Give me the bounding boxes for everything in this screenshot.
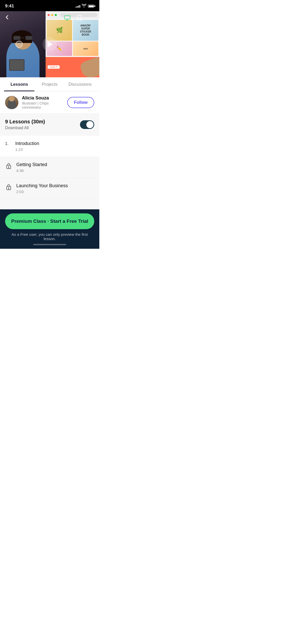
instructor-name: Alicia Souza xyxy=(22,95,67,101)
wifi-icon xyxy=(82,4,86,8)
cta-button[interactable]: Premium Class · Start a Free Trial xyxy=(5,213,94,229)
avatar-figure xyxy=(8,99,16,109)
svg-rect-0 xyxy=(64,16,70,19)
lesson-item[interactable]: 1. Introduction 1:23 xyxy=(0,136,99,157)
lock-icon xyxy=(5,162,12,169)
cta-subtitle: As a Free user, you can only preview the… xyxy=(5,232,94,241)
tab-projects[interactable]: Projects xyxy=(34,77,65,91)
progress-indicator xyxy=(16,41,23,48)
lesson-duration: 1:23 xyxy=(15,147,94,152)
toggle-knob xyxy=(86,121,93,128)
signal-bar-4 xyxy=(79,5,80,8)
video-section: 🌿 AMAZIN'SUPERSTICKERBOOK ✏️ 2022 SAVE I… xyxy=(0,11,99,77)
back-button[interactable] xyxy=(0,11,14,24)
avatar xyxy=(5,96,18,109)
bookmark-button[interactable] xyxy=(76,14,83,21)
status-bar: 9:41 xyxy=(0,0,99,11)
follow-button[interactable]: Follow xyxy=(67,97,94,108)
lesson-duration: 4:36 xyxy=(16,168,94,173)
lock-icon xyxy=(5,183,12,190)
signal-bar-3 xyxy=(78,6,79,8)
lesson-item: Launching Your Business 2:03 xyxy=(0,178,99,199)
lesson-item: Getting Started 4:36 xyxy=(0,157,99,178)
status-icons xyxy=(76,4,94,8)
lessons-count-block: 9 Lessons (30m) Download All xyxy=(5,119,45,130)
top-controls: ··· xyxy=(60,11,99,24)
lessons-header: 9 Lessons (30m) Download All xyxy=(5,119,94,130)
lesson-info: Introduction 1:23 xyxy=(15,141,94,152)
download-all-label: Download All xyxy=(5,126,45,130)
instructor-row: Alicia Souza Illustrator | Chips connois… xyxy=(0,91,99,114)
lesson-info: Getting Started 4:36 xyxy=(16,162,94,173)
lessons-header-section: 9 Lessons (30m) Download All xyxy=(0,114,99,136)
lesson-name: Launching Your Business xyxy=(16,183,94,188)
home-indicator xyxy=(33,244,66,245)
signal-bar-1 xyxy=(76,7,76,8)
signal-icon xyxy=(76,5,80,8)
battery-icon xyxy=(88,5,94,8)
battery-fill xyxy=(89,5,94,7)
tabs-bar: Lessons Projects Discussions xyxy=(0,77,99,91)
lesson-name: Getting Started xyxy=(16,162,94,167)
lesson-number: 1. xyxy=(5,141,11,146)
tab-discussions[interactable]: Discussions xyxy=(65,77,95,91)
download-toggle[interactable] xyxy=(80,120,94,129)
bottom-cta: Premium Class · Start a Free Trial As a … xyxy=(0,209,99,249)
lessons-title: 9 Lessons (30m) xyxy=(5,119,45,125)
play-button[interactable] xyxy=(43,37,57,51)
spacer xyxy=(0,199,99,209)
lesson-info: Launching Your Business 2:03 xyxy=(16,183,94,194)
airplay-button[interactable] xyxy=(64,14,71,21)
signal-bar-2 xyxy=(77,6,78,8)
status-time: 9:41 xyxy=(5,4,14,9)
lesson-duration: 2:03 xyxy=(16,189,94,194)
tab-lessons[interactable]: Lessons xyxy=(4,77,34,91)
instructor-info: Alicia Souza Illustrator | Chips connois… xyxy=(22,95,67,109)
more-button[interactable]: ··· xyxy=(88,14,95,21)
play-icon xyxy=(48,41,53,47)
avatar-image xyxy=(5,96,18,109)
instructor-title: Illustrator | Chips connoisseur xyxy=(22,101,67,109)
lesson-name: Introduction xyxy=(15,141,94,146)
